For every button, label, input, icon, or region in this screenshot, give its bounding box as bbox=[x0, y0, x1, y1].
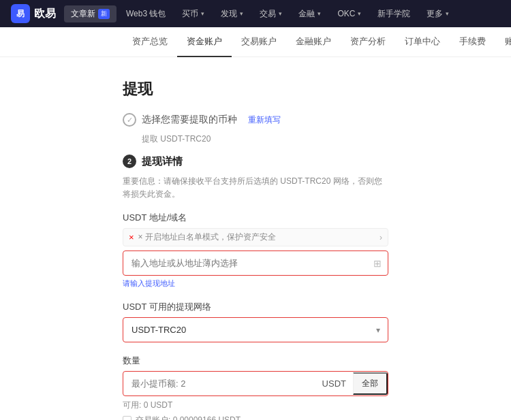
logo[interactable]: 易 欧易 bbox=[11, 4, 56, 23]
subnav-order-center[interactable]: 订单中心 bbox=[395, 27, 450, 57]
nav-exchange-new[interactable]: 文章新 新 bbox=[64, 5, 117, 22]
amount-input[interactable] bbox=[123, 372, 315, 395]
okc-chevron: ▾ bbox=[358, 10, 361, 17]
step2-row: 2 提现详情 bbox=[123, 155, 388, 168]
main-content: 提现 ✓ 选择您需要提取的币种 重新填写 提取 USDT-TRC20 2 提现详… bbox=[0, 57, 511, 420]
nav-more[interactable]: 更多 ▾ bbox=[420, 5, 456, 22]
trade-account-fee-text: 交易账户: 0.00009166 USDT bbox=[136, 415, 241, 420]
step2-active-icon: 2 bbox=[123, 155, 136, 168]
nav-trade[interactable]: 交易 ▾ bbox=[253, 5, 289, 22]
step1-row: ✓ 选择您需要提取的币种 重新填写 bbox=[123, 113, 388, 127]
address-input[interactable] bbox=[123, 251, 388, 276]
close-icon[interactable]: × bbox=[129, 232, 134, 242]
step2-number: 2 bbox=[127, 157, 131, 165]
step1-label: 选择您需要提取的币种 bbox=[142, 114, 237, 126]
address-field-label: USDT 地址/域名 bbox=[123, 212, 388, 224]
trade-chevron: ▾ bbox=[279, 10, 282, 17]
network-select[interactable]: USDT-TRC20 bbox=[123, 317, 388, 342]
step2-warning: 重要信息：请确保接收平台支持所后选填的 USDT-TRC20 网络，否则您将损失… bbox=[123, 175, 388, 201]
available-text: 可用: 0 USDT bbox=[123, 400, 388, 411]
address-security-row: × × 开启地址白名单模式，保护资产安全 › bbox=[123, 228, 388, 246]
amount-unit-label: USDT bbox=[315, 378, 353, 389]
subnav-fund-account[interactable]: 资金账户 bbox=[177, 27, 232, 57]
address-hint: 请输入提现地址 bbox=[123, 278, 388, 289]
sub-navigation: 资产总览 资金账户 交易账户 金融账户 资产分析 订单中心 手续费 账户结单 审… bbox=[0, 27, 511, 57]
buy-chevron: ▾ bbox=[201, 10, 204, 17]
nav-discover[interactable]: 发现 ▾ bbox=[214, 5, 250, 22]
amount-field-label: 数量 bbox=[123, 355, 388, 367]
network-field-label: USDT 可用的提现网络 bbox=[123, 301, 388, 313]
fee-checkbox[interactable] bbox=[123, 416, 131, 420]
logo-icon: 易 bbox=[11, 4, 30, 23]
amount-section: 数量 USDT 全部 可用: 0 USDT 交易账户: 0.00009166 U… bbox=[123, 355, 388, 420]
subnav-fee[interactable]: 手续费 bbox=[450, 27, 495, 57]
page-title: 提现 bbox=[123, 79, 388, 99]
step1-sublabel: 提取 USDT-TRC20 bbox=[142, 133, 388, 145]
step2-title: 提现详情 bbox=[142, 155, 183, 168]
subnav-asset-analysis[interactable]: 资产分析 bbox=[341, 27, 395, 57]
more-chevron: ▾ bbox=[446, 10, 449, 17]
finance-chevron: ▾ bbox=[318, 10, 321, 17]
amount-all-button[interactable]: 全部 bbox=[353, 372, 388, 395]
step1-rewrite-link[interactable]: 重新填写 bbox=[248, 114, 281, 126]
subnav-trade-account[interactable]: 交易账户 bbox=[232, 27, 286, 57]
logo-text: 欧易 bbox=[34, 7, 56, 21]
address-input-wrap: ⊞ bbox=[123, 251, 388, 276]
trade-account-fee-row: 交易账户: 0.00009166 USDT bbox=[123, 415, 388, 420]
nav-buy[interactable]: 买币 ▾ bbox=[175, 5, 211, 22]
network-select-wrap: USDT-TRC20 ▾ bbox=[123, 317, 388, 342]
subnav-account-statement[interactable]: 账户结单 bbox=[495, 27, 511, 57]
address-section: USDT 地址/域名 × × 开启地址白名单模式，保护资产安全 › ⊞ 请输入提… bbox=[123, 212, 388, 289]
step1-done-icon: ✓ bbox=[123, 113, 136, 127]
amount-input-wrap: USDT 全部 bbox=[123, 371, 388, 396]
security-arrow-icon: › bbox=[380, 233, 382, 242]
subnav-finance-account[interactable]: 金融账户 bbox=[286, 27, 341, 57]
nav-okc[interactable]: OKC ▾ bbox=[330, 6, 368, 21]
network-section: USDT 可用的提现网络 USDT-TRC20 ▾ bbox=[123, 301, 388, 342]
top-navigation: 易 欧易 文章新 新 Web3 钱包 买币 ▾ 发现 ▾ 交易 ▾ 金融 ▾ O… bbox=[0, 0, 511, 27]
discover-chevron: ▾ bbox=[240, 10, 243, 17]
nav-finance[interactable]: 金融 ▾ bbox=[292, 5, 328, 22]
subnav-asset-overview[interactable]: 资产总览 bbox=[123, 27, 177, 57]
address-security-text: × 开启地址白名单模式，保护资产安全 bbox=[138, 231, 276, 243]
nav-web3-wallet[interactable]: Web3 钱包 bbox=[119, 5, 172, 22]
address-book-icon[interactable]: ⊞ bbox=[373, 258, 382, 269]
nav-beginner[interactable]: 新手学院 bbox=[371, 5, 417, 22]
new-badge: 新 bbox=[98, 9, 110, 19]
